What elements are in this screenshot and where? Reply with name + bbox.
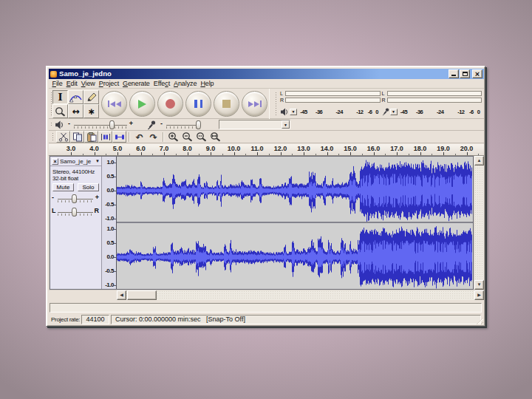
vertical-scale-ruler[interactable]: 1.00.50.0-0.5-1.01.00.50.0-0.5-1.0 bbox=[102, 157, 117, 289]
undo-icon: ↶ bbox=[135, 132, 143, 143]
selection-tool-button[interactable]: I bbox=[52, 90, 68, 104]
vscale-label: -1.0 bbox=[105, 216, 114, 222]
recording-meter-l-label: L bbox=[382, 91, 387, 96]
multi-tool-button[interactable]: ∗ bbox=[83, 104, 99, 118]
zoom-tool-button[interactable] bbox=[52, 104, 68, 118]
maximize-button[interactable] bbox=[460, 69, 470, 78]
edit-toolbar-grip[interactable] bbox=[52, 132, 54, 141]
menu-project[interactable]: Project bbox=[97, 79, 120, 88]
track-menu-arrow-icon[interactable]: ▼ bbox=[95, 159, 100, 163]
timeshift-tool-button[interactable]: ↔ bbox=[68, 104, 83, 118]
vertical-scrollbar[interactable]: ▲ ▼ bbox=[474, 156, 484, 290]
waveform-left-channel[interactable] bbox=[117, 157, 472, 222]
copy-icon bbox=[72, 132, 83, 142]
mic-icon bbox=[147, 120, 156, 130]
input-source-select[interactable]: ▼ bbox=[219, 120, 290, 129]
input-source-dropdown-icon[interactable]: ▼ bbox=[282, 120, 290, 129]
envelope-tool-button[interactable] bbox=[68, 90, 83, 104]
input-volume-slider[interactable]: - bbox=[160, 120, 206, 130]
stop-button[interactable] bbox=[214, 91, 239, 117]
vscale-label: -0.5 bbox=[105, 268, 114, 274]
draw-tool-button[interactable] bbox=[83, 90, 99, 104]
track-title[interactable]: Samo_je_je bbox=[60, 158, 95, 165]
ruler-label: 19.0 bbox=[437, 145, 450, 152]
output-volume-slider[interactable]: - + bbox=[68, 120, 133, 130]
cut-button[interactable] bbox=[56, 131, 70, 143]
silence-icon bbox=[115, 132, 125, 142]
menu-analyze[interactable]: Analyze bbox=[172, 79, 199, 88]
title-bar[interactable]: Samo_je_jedno × bbox=[49, 69, 484, 79]
scroll-up-icon[interactable]: ▲ bbox=[474, 156, 484, 166]
playback-meter-r-label: R bbox=[280, 98, 285, 103]
ruler-label: 18.0 bbox=[414, 145, 427, 152]
menu-generate[interactable]: Generate bbox=[121, 79, 152, 88]
speaker-icon bbox=[55, 120, 64, 129]
recording-meter-r-label: R bbox=[382, 98, 387, 103]
mute-button[interactable]: Mute bbox=[52, 183, 74, 191]
copy-button[interactable] bbox=[70, 131, 84, 143]
zoom-out-button[interactable] bbox=[180, 131, 194, 143]
scroll-down-icon[interactable]: ▼ bbox=[474, 280, 484, 290]
pan-min-label: L bbox=[52, 207, 56, 214]
ruler-label: 6.0 bbox=[136, 145, 146, 152]
menu-edit[interactable]: Edit bbox=[64, 79, 79, 88]
fit-project-button[interactable] bbox=[208, 131, 222, 143]
play-button[interactable] bbox=[129, 91, 155, 117]
project-rate-value[interactable]: 44100 bbox=[81, 315, 109, 324]
solo-button[interactable]: Solo bbox=[78, 183, 99, 191]
forward-button[interactable] bbox=[242, 91, 267, 117]
menu-help[interactable]: Help bbox=[199, 79, 216, 88]
zoom-out-icon bbox=[182, 132, 193, 142]
minimize-button[interactable] bbox=[449, 69, 459, 78]
menu-effect[interactable]: Effect bbox=[151, 79, 171, 88]
record-button[interactable] bbox=[157, 91, 183, 117]
timeshift-tool-icon: ↔ bbox=[72, 106, 79, 117]
redo-button[interactable]: ↷ bbox=[146, 131, 160, 143]
multi-tool-icon: ∗ bbox=[87, 106, 95, 117]
timeline-ruler[interactable]: 3.04.05.06.07.08.09.010.011.012.013.014.… bbox=[49, 144, 484, 156]
recording-meter-l-bar bbox=[387, 91, 482, 96]
paste-icon bbox=[86, 132, 97, 142]
rewind-button[interactable] bbox=[101, 91, 127, 117]
input-slider-thumb[interactable] bbox=[196, 120, 201, 129]
output-slider-thumb[interactable] bbox=[109, 120, 115, 129]
waveform-right-channel[interactable] bbox=[117, 223, 472, 289]
silence-button[interactable] bbox=[112, 131, 126, 143]
close-button[interactable]: × bbox=[472, 69, 482, 78]
vscale-label: 0.0 bbox=[106, 254, 114, 260]
track-gain-slider[interactable]: - + bbox=[52, 194, 99, 204]
ruler-label: 15.0 bbox=[344, 145, 357, 152]
fit-selection-button[interactable] bbox=[194, 131, 208, 143]
vscale-label: -0.5 bbox=[105, 202, 114, 208]
track-close-button[interactable]: × bbox=[52, 158, 58, 165]
ruler-label: 13.0 bbox=[297, 145, 310, 152]
meter-toolbar-grip[interactable] bbox=[275, 92, 277, 117]
track-format-info: Stereo, 44100Hz bbox=[52, 168, 95, 175]
trim-icon bbox=[100, 132, 111, 142]
waveform-display[interactable] bbox=[117, 157, 473, 289]
gain-min-label: - bbox=[52, 194, 54, 201]
horizontal-scrollbar[interactable]: ◀ ▶ bbox=[49, 290, 484, 301]
mixer-grip[interactable] bbox=[50, 122, 52, 127]
horizontal-scroll-thumb[interactable] bbox=[127, 290, 157, 300]
pan-max-label: R bbox=[95, 207, 100, 214]
zoom-tool-icon bbox=[55, 106, 66, 117]
scroll-right-icon[interactable]: ▶ bbox=[474, 290, 484, 300]
gain-slider-thumb[interactable] bbox=[72, 194, 77, 203]
menu-file[interactable]: File bbox=[50, 79, 64, 88]
trim-button[interactable] bbox=[98, 131, 112, 143]
pan-slider-thumb[interactable] bbox=[72, 208, 77, 216]
paste-button[interactable] bbox=[84, 131, 98, 143]
zoom-in-button[interactable] bbox=[166, 131, 180, 143]
recording-meter-dropdown-icon[interactable]: ▼ bbox=[390, 109, 398, 115]
pause-button[interactable] bbox=[185, 91, 211, 117]
playback-meter-dropdown-icon[interactable]: ▼ bbox=[290, 109, 297, 115]
undo-button[interactable]: ↶ bbox=[132, 131, 146, 143]
track-pan-slider[interactable]: L R bbox=[52, 207, 99, 217]
meter-toolbar: LR▼-45-36-24-12-60LR▼-45-36-24-12-60 bbox=[269, 89, 484, 119]
menu-view[interactable]: View bbox=[79, 79, 97, 88]
scroll-left-icon[interactable]: ◀ bbox=[117, 290, 126, 300]
recording-meter-scale: -45-36-24-12-60 bbox=[399, 108, 482, 115]
ruler-label: 8.0 bbox=[183, 145, 192, 152]
audio-track: × Samo_je_je ▼ Stereo, 44100Hz 32-bit fl… bbox=[50, 156, 474, 290]
